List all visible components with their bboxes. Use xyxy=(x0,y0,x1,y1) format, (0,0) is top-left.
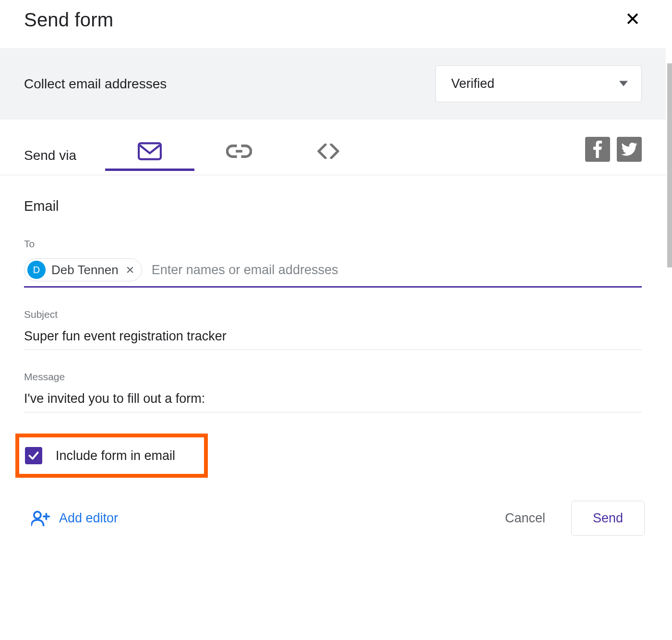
footer-actions: Cancel Send xyxy=(493,501,645,536)
send-via-row: Send via xyxy=(0,120,666,175)
add-editor-button[interactable]: Add editor xyxy=(31,510,118,527)
tab-embed[interactable] xyxy=(284,132,373,171)
add-editor-label: Add editor xyxy=(59,511,118,526)
chevron-down-icon xyxy=(619,80,628,88)
email-heading: Email xyxy=(24,198,642,214)
close-button[interactable] xyxy=(623,9,643,31)
remove-chip-button[interactable] xyxy=(124,264,136,276)
embed-icon xyxy=(316,144,340,159)
include-form-checkbox[interactable] xyxy=(25,447,42,464)
scrollbar[interactable] xyxy=(667,63,672,267)
dialog-footer: Add editor Cancel Send xyxy=(0,478,666,536)
svg-point-1 xyxy=(34,511,41,518)
recipient-chip[interactable]: D Deb Tennen xyxy=(24,258,142,281)
avatar: D xyxy=(27,261,46,279)
recipient-name: Deb Tennen xyxy=(51,263,119,278)
to-input[interactable] xyxy=(152,263,642,278)
subject-field: Subject xyxy=(24,309,642,350)
include-form-label: Include form in email xyxy=(56,448,175,463)
tab-link[interactable] xyxy=(194,132,284,171)
collect-email-dropdown[interactable]: Verified xyxy=(435,65,642,102)
to-field: To D Deb Tennen xyxy=(24,238,642,288)
close-icon xyxy=(125,265,135,275)
to-row: D Deb Tennen xyxy=(24,258,642,288)
subject-label: Subject xyxy=(24,309,642,320)
link-icon xyxy=(226,145,252,158)
dialog-header: Send form xyxy=(0,0,666,48)
facebook-icon xyxy=(593,141,602,158)
dialog-title: Send form xyxy=(24,9,113,31)
send-via-label: Send via xyxy=(24,148,76,163)
to-label: To xyxy=(24,238,642,250)
include-form-checkbox-row[interactable]: Include form in email xyxy=(15,434,208,478)
send-button[interactable]: Send xyxy=(571,501,645,536)
message-input[interactable] xyxy=(24,391,642,412)
close-icon xyxy=(624,11,641,27)
checkmark-icon xyxy=(27,449,40,462)
email-section: Email To D Deb Tennen Subject Message xyxy=(0,175,666,478)
message-field: Message xyxy=(24,371,642,412)
cancel-button[interactable]: Cancel xyxy=(493,502,557,534)
twitter-icon xyxy=(621,143,637,156)
social-share xyxy=(585,137,642,162)
share-twitter-button[interactable] xyxy=(617,137,642,162)
collect-email-bar: Collect email addresses Verified xyxy=(0,48,666,120)
collect-email-label: Collect email addresses xyxy=(24,76,167,92)
mail-icon xyxy=(138,142,162,161)
message-label: Message xyxy=(24,371,642,383)
svg-rect-0 xyxy=(139,143,161,159)
tab-email[interactable] xyxy=(105,132,194,171)
subject-input[interactable] xyxy=(24,329,642,350)
send-form-dialog: Send form Collect email addresses Verifi… xyxy=(0,0,666,536)
person-add-icon xyxy=(31,510,50,527)
dropdown-value: Verified xyxy=(451,76,494,91)
share-facebook-button[interactable] xyxy=(585,137,610,162)
